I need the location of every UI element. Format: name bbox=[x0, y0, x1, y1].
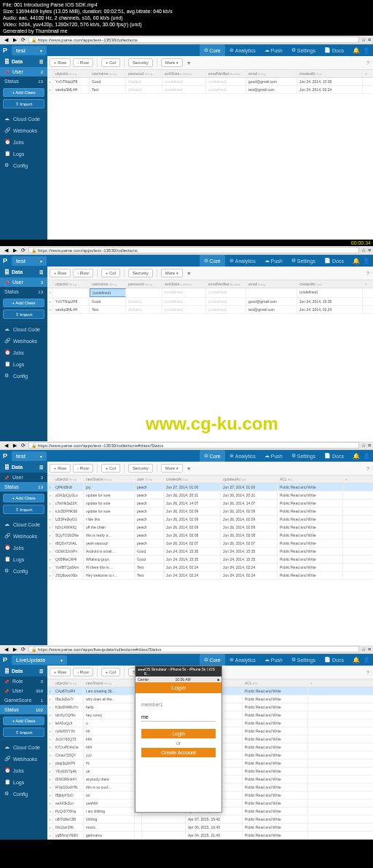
cell-acl[interactable]: Public Read and Write bbox=[243, 776, 308, 783]
cell-createdat[interactable]: Jun 24, 2014, 02:24 bbox=[297, 306, 363, 313]
row-arrow-icon[interactable]: ▸ bbox=[47, 832, 53, 839]
cell-acl[interactable]: Public Read and Write bbox=[243, 832, 308, 839]
cell-objectid[interactable]: PyQrD7XFaj bbox=[53, 808, 84, 815]
sidebar-item-user[interactable]: 📌User3 bbox=[0, 277, 47, 287]
table-row[interactable]: ▸(undefined)(undefined)(undefined)(undef… bbox=[47, 288, 373, 298]
sidebar-item-user[interactable]: 📌User2 bbox=[0, 67, 47, 76]
row-arrow-icon[interactable]: ▸ bbox=[47, 484, 53, 491]
tab-settings[interactable]: ⚙Settings bbox=[287, 44, 320, 56]
cell-createdat[interactable]: Jun 24, 2014, 02:24 bbox=[164, 572, 221, 579]
url-bar[interactable]: 🔒https://www.parse.com/apps/test--13530/… bbox=[28, 36, 359, 43]
cell-createdat[interactable]: Jun 26, 2014, 20:31 bbox=[164, 492, 221, 499]
more-button[interactable]: More bbox=[161, 269, 183, 277]
cell-emailverified[interactable]: (undefined) bbox=[206, 298, 246, 305]
parse-logo-icon[interactable]: P bbox=[3, 257, 7, 264]
cell-objectid[interactable]: Q05fReCW4l bbox=[53, 556, 84, 563]
cell-updatedat[interactable]: Apr 07, 2015, 15:42 bbox=[186, 816, 243, 823]
row-arrow-icon[interactable]: ▸ bbox=[47, 711, 53, 719]
cell-user[interactable]: peach bbox=[135, 508, 164, 515]
tab-analytics[interactable]: ⊛Analytics bbox=[225, 654, 260, 666]
menu-icon[interactable]: ≡ bbox=[368, 248, 371, 253]
row-arrow-icon[interactable]: ▸ bbox=[47, 703, 53, 711]
cell-password[interactable]: (hidden) bbox=[126, 298, 162, 305]
cell-user[interactable]: Good bbox=[135, 556, 164, 563]
url-bar[interactable]: 🔒https://www.parse.com/apps/liveupdate/c… bbox=[28, 646, 359, 652]
table-row[interactable]: ▸SQy7ODb3Nethis is really a…peachJun 26,… bbox=[47, 532, 373, 540]
cell-username[interactable]: Good bbox=[90, 78, 126, 85]
cell-acl[interactable]: Public Read and Write bbox=[243, 687, 308, 695]
add-class-button[interactable]: + Add Class bbox=[3, 88, 44, 97]
back-icon[interactable]: ◀ bbox=[2, 247, 9, 254]
row-arrow-icon[interactable]: ▸ bbox=[47, 727, 53, 735]
row-arrow-icon[interactable]: ▸ bbox=[47, 808, 53, 815]
cell-acl[interactable]: Public Read and Write bbox=[278, 556, 343, 563]
sidebar-cloud-code[interactable]: ☁Cloud Code bbox=[0, 518, 47, 530]
row-arrow-icon[interactable]: ▸ bbox=[47, 719, 53, 727]
cell-newstatus[interactable]: update for sure bbox=[84, 508, 135, 515]
cell-newstatus[interactable]: Whatsup guys bbox=[84, 556, 135, 563]
col-authdata[interactable]: authDataauthData bbox=[162, 70, 206, 77]
cell-objectid[interactable]: IBaJa3vx7r bbox=[53, 695, 84, 703]
cell-objectid[interactable]: lSNGR0nk4Y bbox=[53, 776, 84, 783]
row-arrow-icon[interactable]: ▸ bbox=[47, 508, 53, 515]
back-icon[interactable]: ◀ bbox=[2, 646, 9, 653]
row-arrow-icon[interactable]: ▸ bbox=[47, 572, 53, 579]
cell-acl[interactable]: Public Read and Write bbox=[278, 508, 343, 515]
table-row[interactable]: ▸hZn1KWiKfQoff the chainpeachJun 26, 201… bbox=[47, 524, 373, 532]
sidebar-item-status[interactable]: Status13 bbox=[0, 287, 47, 296]
cell-newstatus[interactable]: update for sure bbox=[84, 492, 135, 499]
add-class-button[interactable]: + Add Class bbox=[3, 494, 44, 502]
cell-acl[interactable]: Public Read and Write bbox=[243, 743, 308, 751]
cell-email[interactable] bbox=[246, 288, 297, 297]
cell-authdata[interactable]: (undefined) bbox=[162, 86, 206, 93]
cell-acl[interactable]: Public Read and Write bbox=[243, 735, 308, 743]
table-row[interactable]: ▸sawkp3ML4HTest(hidden)(undefined)(undef… bbox=[47, 86, 373, 94]
sidebar-jobs[interactable]: ⏰Jobs bbox=[0, 765, 47, 776]
col-objectid[interactable]: objectIdString bbox=[53, 70, 90, 77]
cell-acl[interactable]: Public Read and Write bbox=[243, 824, 308, 831]
col-authdata[interactable]: authDataauthData bbox=[162, 280, 206, 288]
star-icon[interactable]: ☆ bbox=[361, 647, 366, 652]
forward-icon[interactable]: ▶ bbox=[11, 36, 18, 44]
cell-updatedat[interactable]: Jun 26, 2014, 02:08 bbox=[221, 532, 278, 539]
add-class-button[interactable]: + Add Class bbox=[3, 717, 44, 725]
cell-password[interactable]: (hidden) bbox=[126, 86, 162, 93]
cell-updatedat[interactable]: Apr 04, 2015, 21:40 bbox=[186, 832, 243, 839]
col-acl[interactable]: ACLACL bbox=[278, 476, 343, 483]
cell-newstatus[interactable]: i am creating 36… bbox=[84, 687, 135, 695]
app-selector[interactable]: test bbox=[12, 451, 47, 461]
cell-username[interactable]: Good bbox=[90, 298, 126, 305]
security-button[interactable]: Security bbox=[128, 58, 153, 67]
cell-objectid[interactable]: pbqi3q1KPh bbox=[53, 760, 84, 767]
sidebar-logs[interactable]: 📋Logs bbox=[0, 148, 47, 159]
sidebar-cloud-code[interactable]: ☁Cloud Code bbox=[0, 113, 47, 125]
sidebar-logs[interactable]: 📋Logs bbox=[0, 776, 47, 788]
cell-createdat[interactable]: Jun 24, 2014, 15:35 bbox=[164, 556, 221, 563]
parse-logo-icon[interactable]: P bbox=[3, 47, 7, 54]
cell-updatedat[interactable]: Jun 26, 2014, 02:09 bbox=[221, 516, 278, 523]
filter-icon[interactable]: ▼ bbox=[185, 60, 193, 66]
row-arrow-icon[interactable]: ▸ bbox=[47, 548, 53, 555]
cell-newstatus[interactable]: Hey welcome to t… bbox=[84, 572, 135, 579]
tab-docs[interactable]: 📄Docs bbox=[320, 255, 348, 267]
cell-updatedat[interactable]: Jun 26, 2014, 20:31 bbox=[221, 492, 278, 499]
sim-create-account-button[interactable]: Create Account bbox=[141, 748, 216, 757]
cell-objectid[interactable]: YxOTNtqUP8 bbox=[53, 298, 90, 305]
col-updatedat[interactable]: updatedAtDate bbox=[221, 476, 278, 483]
row-arrow-icon[interactable]: ▸ bbox=[47, 492, 53, 499]
row-arrow-icon[interactable]: ▸ bbox=[47, 288, 53, 297]
col-createdat[interactable]: createdAtDate bbox=[164, 476, 221, 483]
row-arrow-icon[interactable]: ▸ bbox=[47, 500, 53, 507]
cell-user[interactable]: peach bbox=[135, 500, 164, 507]
cell-updatedat[interactable]: Jun 26, 2014, 02:09 bbox=[221, 508, 278, 515]
sidebar-cloud-code[interactable]: ☁Cloud Code bbox=[0, 741, 47, 753]
cell-password[interactable] bbox=[126, 288, 162, 297]
cell-newstatus[interactable]: this is so cool… bbox=[84, 784, 135, 791]
cell-updatedat[interactable]: Jun 24, 2014, 15:35 bbox=[221, 548, 278, 555]
cell-objectid[interactable]: l4YqGDoXHN bbox=[53, 784, 84, 791]
forward-icon[interactable]: ▶ bbox=[11, 442, 18, 449]
cell-authdata[interactable]: (undefined) bbox=[162, 78, 206, 85]
cell-newstatus[interactable]: joy bbox=[84, 484, 135, 491]
row-arrow-icon[interactable]: ▸ bbox=[47, 687, 53, 695]
col-user[interactable]: userString bbox=[135, 476, 164, 483]
